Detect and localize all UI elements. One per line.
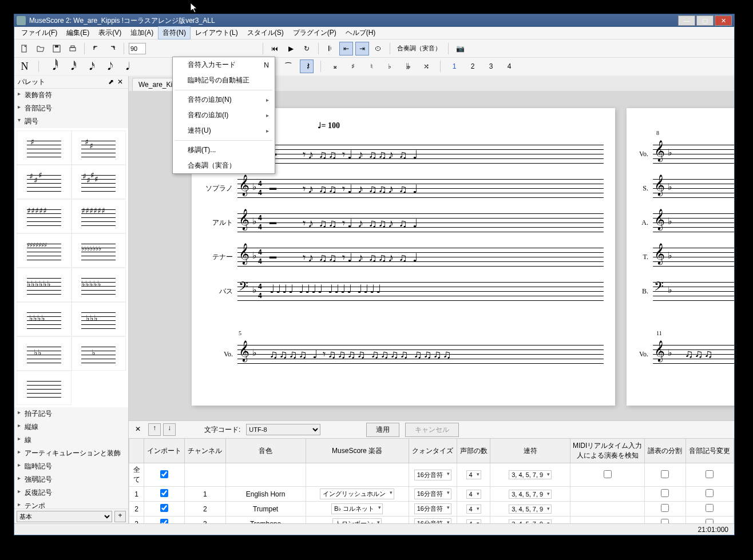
staff-p2-vo-2[interactable]: Vo.𝄞♭♫♫♫ <box>632 337 734 371</box>
minimize-button[interactable]: — <box>678 15 695 26</box>
keysig-cs-major[interactable]: ♯♯♯♯♯♯♯ <box>17 233 72 268</box>
score-page-2[interactable]: 8 Vo.𝄞♭ S.𝄞♭ A.𝄞♭ T.𝄞♭ B.𝄢♭ 11 Vo.𝄞♭♫♫♫ <box>627 108 734 406</box>
import-checkbox-cell[interactable] <box>144 517 185 524</box>
tempo-marking[interactable]: ♩= 100 <box>318 121 340 130</box>
rest-button[interactable]: 𝄽 <box>300 59 314 73</box>
dd-transpose[interactable]: 移調(T)... <box>173 142 275 158</box>
duration-16th[interactable]: 𝅘𝅥𝅯 <box>82 59 96 73</box>
encoding-select[interactable]: UTF-8 <box>246 424 320 435</box>
quantize-cell[interactable]: 16分音符 <box>409 463 457 487</box>
split-cell[interactable] <box>645 517 685 524</box>
open-file-button[interactable] <box>34 42 47 55</box>
palette-item-articulations[interactable]: アーティキュレーションと装飾 <box>14 447 128 460</box>
zoom-input[interactable] <box>129 43 146 54</box>
palette-item-grace[interactable]: 装飾音符 <box>14 89 128 102</box>
import-checkbox-cell[interactable] <box>144 502 185 517</box>
clef-cell[interactable] <box>685 502 734 517</box>
move-down-button[interactable]: ↓ <box>163 423 176 436</box>
concert-pitch-button[interactable]: 合奏調（実音） <box>395 44 443 53</box>
table-row[interactable]: 全て 16分音符 4 3, 4, 5, 7, 9 <box>129 463 734 487</box>
duration-8th[interactable]: 𝅘𝅥𝅮 <box>101 59 114 73</box>
tuplet-cell[interactable]: 3, 4, 5, 7, 9 <box>490 463 570 487</box>
midi-human-cell[interactable] <box>570 463 645 487</box>
staff-p2-vo[interactable]: Vo.𝄞♭ <box>632 137 734 171</box>
sharp-button[interactable]: ♯ <box>346 59 360 73</box>
loop-in-button[interactable]: ⇤ <box>339 42 353 55</box>
voice-2[interactable]: 2 <box>466 59 479 73</box>
redo-button[interactable] <box>105 42 119 55</box>
dd-note-input-mode[interactable]: 音符入力モードN <box>173 57 275 73</box>
clef-checkbox[interactable] <box>706 489 714 497</box>
quantize-cell[interactable]: 16分音符 <box>409 517 457 524</box>
loop-button[interactable]: ↻ <box>300 42 314 55</box>
move-up-button[interactable]: ↑ <box>148 423 161 436</box>
double-sharp-button[interactable]: 𝄪 <box>328 59 342 73</box>
staff-vo-2[interactable]: Vo. 𝄞♭♫♫♫♫ ♩ 𝄾 ♫♫♫♫ ♫♫♫♫ ♫♫♫♫ <box>203 337 604 371</box>
dd-add-notes[interactable]: 音符の追加(N)▸ <box>173 92 275 108</box>
menu-plugin[interactable]: プラグイン(P) <box>288 26 341 39</box>
split-checkbox[interactable] <box>661 519 669 523</box>
double-flat-button[interactable]: 𝄫 <box>401 59 415 73</box>
repeat-button[interactable]: 𝄆 <box>323 42 337 55</box>
voices-cell[interactable]: 4 <box>457 502 490 517</box>
new-file-button[interactable] <box>18 42 31 55</box>
keysig-a-major[interactable]: ♯♯♯ <box>17 165 72 199</box>
keysig-b-major[interactable]: ♯♯♯♯♯ <box>17 199 72 233</box>
palette-item-lines[interactable]: 線 <box>14 434 128 447</box>
palette-item-barlines[interactable]: 縦線 <box>14 420 128 434</box>
maximize-button[interactable]: ▢ <box>696 15 714 26</box>
staff-soprano[interactable]: ソプラノ 𝄞♭44━ 𝄾 ♪ ♫♫ 𝄾 ♩ ♪ ♫♫♪ ♫ ♩ <box>203 171 604 205</box>
split-cell[interactable] <box>645 463 685 487</box>
play-button[interactable]: ▶ <box>284 42 298 55</box>
voice-3[interactable]: 3 <box>484 59 498 73</box>
keysig-gb-major[interactable]: ♭♭♭♭♭♭ <box>17 268 72 302</box>
instrument-cell[interactable] <box>306 463 409 487</box>
palette-tree[interactable]: 装飾音符 音部記号 調号 ♯ ♯♯ ♯♯♯ ♯♯♯♯ ♯♯♯♯♯ ♯♯♯♯♯♯ … <box>14 89 128 509</box>
palette-item-timesig[interactable]: 拍子記号 <box>14 407 128 420</box>
clef-cell[interactable] <box>685 463 734 487</box>
keysig-db-major[interactable]: ♭♭♭♭♭ <box>72 268 126 302</box>
menu-layout[interactable]: レイアウト(L) <box>191 26 243 39</box>
print-button[interactable] <box>66 42 80 55</box>
instrument-cell[interactable]: イングリッシュホルン <box>306 487 409 502</box>
clef-checkbox[interactable] <box>706 519 714 523</box>
keysig-ab-major[interactable]: ♭♭♭♭ <box>17 302 72 336</box>
midi-import-table[interactable]: インポート チャンネル 音色 MuseScore 楽器 クォンタイズ 声部の数 … <box>129 438 734 523</box>
duration-32nd[interactable]: 𝅘𝅥𝅰 <box>64 59 78 73</box>
menu-view[interactable]: 表示(V) <box>94 26 126 39</box>
import-checkbox[interactable] <box>160 489 168 497</box>
flat-button[interactable]: ♭ <box>383 59 397 73</box>
keysig-d-major[interactable]: ♯♯ <box>72 130 126 165</box>
keysig-c-major[interactable] <box>17 371 72 405</box>
import-checkbox[interactable] <box>160 504 168 512</box>
palette-item-clefs[interactable]: 音部記号 <box>14 102 128 115</box>
undo-button[interactable] <box>89 42 103 55</box>
table-row[interactable]: 1 1 English Horn イングリッシュホルン 16分音符 4 3, 4… <box>129 487 734 502</box>
voices-cell[interactable]: 4 <box>457 517 490 524</box>
menu-help[interactable]: ヘルプ(H) <box>341 26 381 39</box>
table-row[interactable]: 2 2 Trumpet B♭ コルネット 16分音符 4 3, 4, 5, 7,… <box>129 502 734 517</box>
tuplet-cell[interactable]: 3, 4, 5, 7, 9 <box>490 517 570 524</box>
keysig-cb-major[interactable]: ♭♭♭♭♭♭♭ <box>72 233 126 268</box>
save-button[interactable] <box>50 42 64 55</box>
flip-button[interactable]: ⤭ <box>419 59 433 73</box>
dd-tuplets[interactable]: 連符(U)▸ <box>173 123 275 138</box>
midi-checkbox[interactable] <box>604 470 612 478</box>
palette-item-repeats[interactable]: 反復記号 <box>14 486 128 499</box>
clef-cell[interactable] <box>685 487 734 502</box>
note-input-mode-button[interactable]: N <box>18 59 31 73</box>
keysig-g-major[interactable]: ♯ <box>17 130 72 165</box>
dd-respell-pitches[interactable]: 臨時記号の自動補正 <box>173 73 275 88</box>
menu-edit[interactable]: 編集(E) <box>62 26 94 39</box>
menu-file[interactable]: ファイル(F) <box>17 26 62 39</box>
palette-undock-icon[interactable]: ⬈ <box>106 78 116 87</box>
cancel-button[interactable]: キャンセル <box>405 423 459 437</box>
menu-add[interactable]: 追加(A) <box>126 26 158 39</box>
keysig-bb-major[interactable]: ♭♭ <box>17 336 72 371</box>
instrument-cell[interactable]: B♭ コルネット <box>306 502 409 517</box>
voices-cell[interactable]: 4 <box>457 463 490 487</box>
loop-out-button[interactable]: ⇥ <box>355 42 369 55</box>
palette-item-accidentals[interactable]: 臨時記号 <box>14 460 128 473</box>
metronome-button[interactable]: ⏲ <box>371 42 385 55</box>
voice-1[interactable]: 1 <box>447 59 461 73</box>
